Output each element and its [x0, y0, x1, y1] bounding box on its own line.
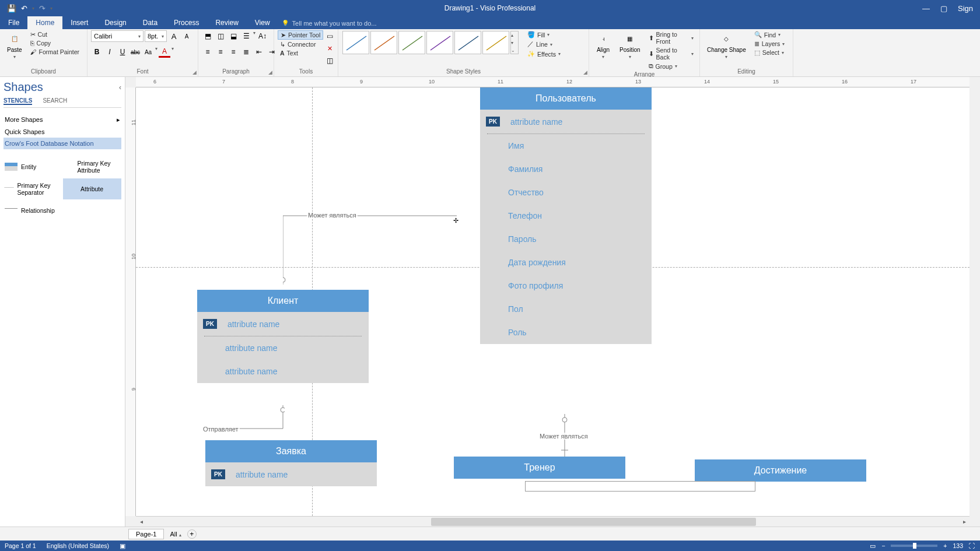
entity-shape[interactable]: Entity [4, 156, 62, 177]
zoom-out-button[interactable]: − [881, 542, 885, 549]
entity-attr-row[interactable]: Фамилия [480, 157, 652, 181]
group-button[interactable]: ⧉Group▾ [646, 62, 696, 71]
layers-button[interactable]: ≣Layers▾ [752, 40, 788, 48]
new-page-button[interactable]: + [187, 529, 197, 539]
drawing-canvas[interactable]: Может являться ✢ Отправляет Может являть… [136, 87, 970, 516]
align-right-button[interactable]: ≡ [228, 46, 239, 58]
paste-button[interactable]: 📋 Paste ▾ [4, 30, 26, 61]
tab-data[interactable]: Data [135, 16, 166, 29]
scroll-right-button[interactable]: ▸ [959, 517, 970, 527]
tell-me-input[interactable]: Tell me what you want to do... [278, 17, 385, 29]
entity-attr-row[interactable]: Пароль [480, 227, 652, 251]
font-size-select[interactable]: 8pt.▾ [145, 30, 167, 42]
shape-styles-gallery[interactable]: ▴ ▾ ⌄ [342, 30, 519, 55]
panel-collapse-button[interactable]: ‹ [119, 83, 121, 92]
gallery-down-button[interactable]: ▾ [511, 40, 518, 45]
bring-front-button[interactable]: ⬆Bring to Front▾ [646, 30, 696, 45]
entity-attr-row[interactable]: Отчество [480, 181, 652, 204]
horizontal-scrollbar[interactable]: ◂ ▸ [136, 516, 970, 527]
entity-pk-row[interactable]: PK attribute name [205, 462, 377, 486]
align-button[interactable]: ⫞Align▾ [593, 30, 614, 61]
entity-trainer[interactable]: Тренер [454, 457, 625, 479]
presentation-mode-button[interactable]: ▭ [870, 542, 876, 549]
tab-view[interactable]: View [247, 16, 278, 29]
style-swatch[interactable] [398, 31, 425, 54]
fill-button[interactable]: 🪣Fill▾ [525, 30, 563, 39]
tab-file[interactable]: File [0, 16, 27, 29]
zoom-in-button[interactable]: + [943, 542, 947, 549]
connector-tool-button[interactable]: ↳Connector [278, 40, 318, 48]
tab-review[interactable]: Review [207, 16, 246, 29]
bold-button[interactable]: B [91, 46, 103, 58]
copy-button[interactable]: ⎘Copy [28, 39, 82, 47]
styles-dialog-launcher[interactable]: ◢ [583, 69, 587, 75]
entity-attr-row[interactable]: Пол [480, 297, 652, 321]
cut-button[interactable]: ✂Cut [28, 30, 82, 38]
stencils-tab[interactable]: STENCILS [4, 97, 32, 105]
effects-button[interactable]: ✨Effects▾ [525, 50, 563, 58]
send-back-button[interactable]: ⬇Send to Back▾ [646, 46, 696, 61]
font-name-select[interactable]: Calibri▾ [91, 30, 144, 42]
pk-separator-shape[interactable]: Primary Key Separator [4, 178, 62, 199]
dec-indent-button[interactable]: ⇤ [253, 46, 265, 58]
style-swatch[interactable] [342, 31, 369, 54]
redo-icon[interactable]: ↷ [39, 4, 46, 13]
entity-attr-row[interactable]: Роль [480, 321, 652, 344]
tab-design[interactable]: Design [96, 16, 134, 29]
fit-window-button[interactable]: ⛶ [969, 542, 975, 549]
crop-tool-button[interactable]: ◫ [324, 55, 335, 66]
align-middle-button[interactable]: ◫ [215, 30, 226, 42]
position-button[interactable]: ▦Position▾ [616, 30, 644, 61]
justify-button[interactable]: ≣ [240, 46, 252, 58]
entity-client[interactable]: Клиент PK attribute name attribute name … [197, 290, 369, 383]
entity-pk-row[interactable]: PK attribute name [197, 312, 369, 336]
entity-attr-row[interactable]: Фото профиля [480, 274, 652, 297]
select-button[interactable]: ⬚Select▾ [752, 48, 788, 57]
close-tool-button[interactable]: ✕ [324, 43, 335, 54]
entity-attr-row[interactable]: attribute name [197, 336, 369, 360]
entity-pk-row[interactable]: PK attribute name [480, 110, 652, 134]
find-button[interactable]: 🔍Find▾ [752, 30, 788, 39]
all-pages-button[interactable]: All ▴ [170, 531, 181, 538]
save-icon[interactable]: 💾 [7, 4, 16, 13]
tab-process[interactable]: Process [166, 16, 207, 29]
entity-attr-row[interactable]: Дата рождения [480, 251, 652, 274]
italic-button[interactable]: I [104, 46, 116, 58]
relationship-label[interactable]: Может являться [307, 212, 358, 219]
grow-font-button[interactable]: A [168, 30, 180, 42]
bullets-button[interactable]: ☰ [240, 30, 252, 42]
text-direction-button[interactable]: A↕ [257, 30, 268, 42]
rectangle-tool-button[interactable]: ▭ [324, 30, 335, 42]
style-swatch[interactable] [482, 31, 509, 54]
strike-button[interactable]: abc [130, 46, 141, 58]
gallery-up-button[interactable]: ▴ [511, 33, 518, 38]
zoom-slider[interactable] [891, 545, 937, 547]
entity-achievement[interactable]: Достижение [695, 459, 866, 482]
zoom-level[interactable]: 133 [953, 542, 963, 549]
page-tab-1[interactable]: Page-1 [128, 529, 164, 539]
macro-recorder-icon[interactable]: ▣ [120, 542, 125, 549]
scrollbar-thumb[interactable] [431, 518, 756, 526]
style-swatch[interactable] [426, 31, 453, 54]
shrink-font-button[interactable]: A [181, 30, 192, 42]
entity-user[interactable]: Пользователь PK attribute name Имя Фамил… [480, 87, 652, 344]
font-dialog-launcher[interactable]: ◢ [192, 69, 197, 75]
undo-icon[interactable]: ↶ [21, 4, 27, 13]
entity-attr-row[interactable]: Телефон [480, 204, 652, 227]
more-shapes-item[interactable]: More Shapes▸ [4, 114, 121, 126]
change-shape-button[interactable]: ◇Change Shape▾ [704, 30, 750, 61]
align-top-button[interactable]: ⬒ [202, 30, 214, 42]
crows-foot-stencil[interactable]: Crow's Foot Database Notation [4, 138, 121, 149]
search-tab[interactable]: SEARCH [43, 97, 67, 105]
quick-shapes-item[interactable]: Quick Shapes [4, 126, 121, 138]
tab-insert[interactable]: Insert [62, 16, 96, 29]
relationship-label[interactable]: Может являться [538, 433, 589, 440]
underline-button[interactable]: U [117, 46, 128, 58]
style-swatch[interactable] [454, 31, 481, 54]
entity-request[interactable]: Заявка PK attribute name [205, 440, 377, 486]
qat-customize[interactable]: ▾ [50, 6, 52, 11]
font-color-button[interactable]: A [159, 46, 170, 58]
text-tool-button[interactable]: AText [278, 49, 300, 57]
align-bottom-button[interactable]: ⬓ [228, 30, 239, 42]
text-input-overlay[interactable] [525, 481, 755, 492]
